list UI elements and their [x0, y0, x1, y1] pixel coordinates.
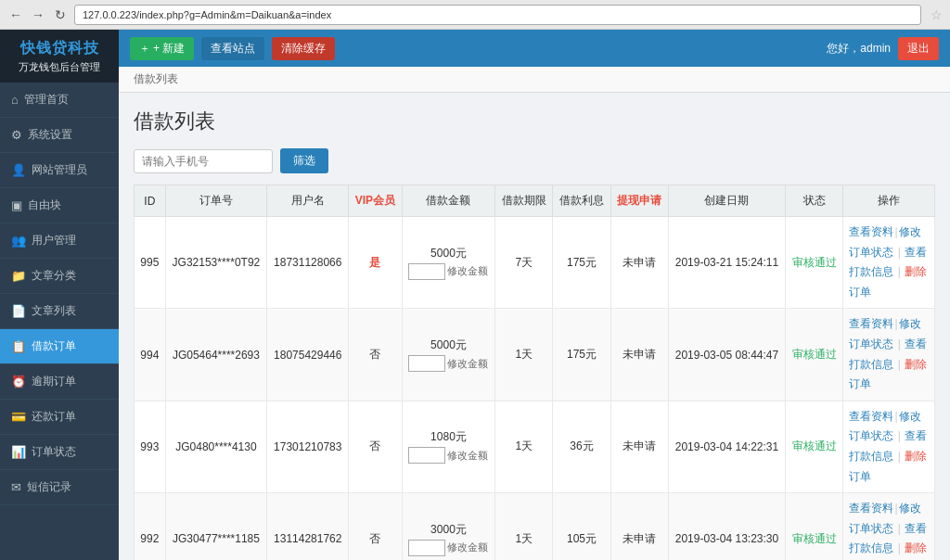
cell-amount: 5000元 修改金额 [402, 217, 495, 309]
overdue-icon: ⏰ [11, 375, 26, 388]
sidebar-item-article-list[interactable]: 📄 文章列表 [0, 294, 119, 329]
amount-edit-input[interactable] [408, 540, 445, 556]
content-area: 借款列表 筛选 ID 订单号 用户名 VIP会员 借款金额 借款期限 借款利息 [119, 93, 950, 560]
sidebar-item-repayment[interactable]: 💳 还款订单 [0, 400, 119, 435]
delete-link[interactable]: 删除 [905, 265, 927, 278]
order-link[interactable]: 订单 [849, 470, 871, 483]
sidebar-item-freeblock[interactable]: ▣ 自由块 [0, 188, 119, 223]
sms-icon: ✉ [11, 480, 21, 494]
cell-id: 992 [135, 493, 166, 560]
edit-link[interactable]: 修改 [899, 225, 921, 238]
amount-edit-button[interactable]: 修改金额 [447, 357, 488, 371]
sidebar-label-article-list: 文章列表 [32, 303, 76, 319]
reload-button[interactable]: ↻ [52, 6, 69, 23]
sidebar-label-loans: 借款订单 [32, 338, 76, 354]
view-payment-link[interactable]: 查看 [905, 246, 927, 259]
sidebar-item-users[interactable]: 👥 用户管理 [0, 223, 119, 259]
payment-info-link[interactable]: 打款信息 [849, 358, 893, 371]
payment-info-link[interactable]: 打款信息 [849, 450, 893, 463]
cell-actions: 查看资料|修改 订单状态 | 查看 打款信息 | 删除 订单 [843, 309, 935, 401]
cell-id: 994 [135, 309, 166, 401]
back-button[interactable]: ← [7, 6, 24, 23]
new-button[interactable]: ＋ + 新建 [130, 37, 194, 60]
view-payment-link[interactable]: 查看 [905, 429, 927, 442]
sidebar-item-loans[interactable]: 📋 借款订单 [0, 329, 119, 364]
sidebar-item-overdue[interactable]: ⏰ 逾期订单 [0, 364, 119, 400]
cell-vip: 是 [349, 217, 402, 309]
cell-period: 7天 [495, 217, 553, 309]
brand-subtitle: 万龙钱包后台管理 [7, 60, 111, 73]
view-info-link[interactable]: 查看资料 [849, 502, 893, 515]
cell-status: 审核通过 [786, 217, 843, 309]
cell-period: 1天 [495, 493, 553, 560]
brand-header: 快钱贷科技 万龙钱包后台管理 [0, 30, 119, 83]
phone-filter-input[interactable] [134, 149, 273, 173]
view-info-link[interactable]: 查看资料 [849, 410, 893, 423]
amount-edit-input[interactable] [408, 263, 445, 280]
cell-interest: 36元 [553, 401, 610, 492]
view-payment-link[interactable]: 查看 [905, 337, 927, 350]
sidebar-label-repayment: 还款订单 [32, 409, 76, 425]
forward-button[interactable]: → [30, 6, 46, 23]
sidebar-item-sms[interactable]: ✉ 短信记录 [0, 470, 119, 505]
delete-link[interactable]: 删除 [905, 358, 927, 371]
order-status-link[interactable]: 订单状态 [849, 246, 893, 259]
sidebar-item-article-cat[interactable]: 📁 文章分类 [0, 259, 119, 294]
view-info-link[interactable]: 查看资料 [849, 317, 893, 330]
payment-info-link[interactable]: 打款信息 [849, 541, 893, 554]
filter-button[interactable]: 筛选 [280, 148, 328, 173]
cell-order-no: JG05464****2693 [165, 309, 267, 401]
logout-button[interactable]: 退出 [898, 37, 939, 60]
sidebar-label-order-status: 订单状态 [32, 444, 76, 460]
top-header: ＋ + 新建 查看站点 清除缓存 您好，admin 退出 [119, 30, 950, 67]
clear-cache-button[interactable]: 清除缓存 [272, 37, 335, 60]
cell-amount: 1080元 修改金额 [402, 401, 495, 492]
sidebar-label-freeblock: 自由块 [28, 197, 61, 213]
cell-created: 2019-03-04 13:23:30 [668, 493, 786, 560]
cell-actions: 查看资料|修改 订单状态 | 查看 打款信息 | 删除 订单 [843, 401, 935, 492]
sidebar: 快钱贷科技 万龙钱包后台管理 ⌂ 管理首页 ⚙ 系统设置 👤 网站管理员 ▣ 自… [0, 30, 119, 560]
amount-edit-button[interactable]: 修改金额 [447, 541, 488, 554]
sidebar-item-settings[interactable]: ⚙ 系统设置 [0, 118, 119, 153]
view-payment-link[interactable]: 查看 [905, 522, 927, 535]
url-bar[interactable] [74, 5, 921, 25]
view-info-link[interactable]: 查看资料 [849, 225, 893, 238]
order-status-link[interactable]: 订单状态 [849, 337, 893, 350]
cell-username: 13114281762 [267, 493, 349, 560]
cell-vip: 否 [349, 493, 402, 560]
cell-amount: 5000元 修改金额 [402, 309, 495, 401]
amount-edit-button[interactable]: 修改金额 [447, 449, 488, 463]
order-link[interactable]: 订单 [849, 377, 871, 390]
order-status-link[interactable]: 订单状态 [849, 522, 893, 535]
delete-link[interactable]: 删除 [905, 541, 927, 554]
order-status-link[interactable]: 订单状态 [849, 429, 893, 442]
table-row: 995 JG32153****0T92 18731128066 是 5000元 … [135, 217, 935, 309]
page-title: 借款列表 [134, 108, 935, 135]
sidebar-label-settings: 系统设置 [28, 127, 72, 143]
cell-order-no: JG32153****0T92 [165, 217, 267, 309]
table-row: 992 JG30477****1185 13114281762 否 3000元 … [135, 493, 935, 560]
edit-link[interactable]: 修改 [899, 410, 921, 423]
amount-edit-button[interactable]: 修改金额 [447, 264, 488, 278]
amount-edit-input[interactable] [408, 447, 445, 464]
col-interest: 借款利息 [553, 185, 610, 217]
col-appeal: 提现申请 [610, 185, 668, 217]
cell-amount: 3000元 修改金额 [402, 493, 495, 560]
sidebar-item-admin[interactable]: 👤 网站管理员 [0, 153, 119, 188]
delete-link[interactable]: 删除 [905, 450, 927, 463]
edit-link[interactable]: 修改 [899, 317, 921, 330]
cell-appeal: 未申请 [610, 309, 668, 401]
edit-link[interactable]: 修改 [899, 502, 921, 515]
sidebar-item-order-status[interactable]: 📊 订单状态 [0, 435, 119, 470]
cell-interest: 105元 [553, 493, 610, 560]
cell-username: 18731128066 [267, 217, 349, 309]
sidebar-item-home[interactable]: ⌂ 管理首页 [0, 83, 119, 118]
payment-info-link[interactable]: 打款信息 [849, 265, 893, 278]
view-site-button[interactable]: 查看站点 [201, 37, 264, 60]
amount-edit-input[interactable] [408, 355, 445, 372]
order-link[interactable]: 订单 [849, 286, 871, 299]
col-username: 用户名 [267, 185, 349, 217]
loans-icon: 📋 [11, 339, 26, 353]
sidebar-label-users: 用户管理 [32, 233, 76, 248]
cell-status: 审核通过 [786, 401, 843, 492]
